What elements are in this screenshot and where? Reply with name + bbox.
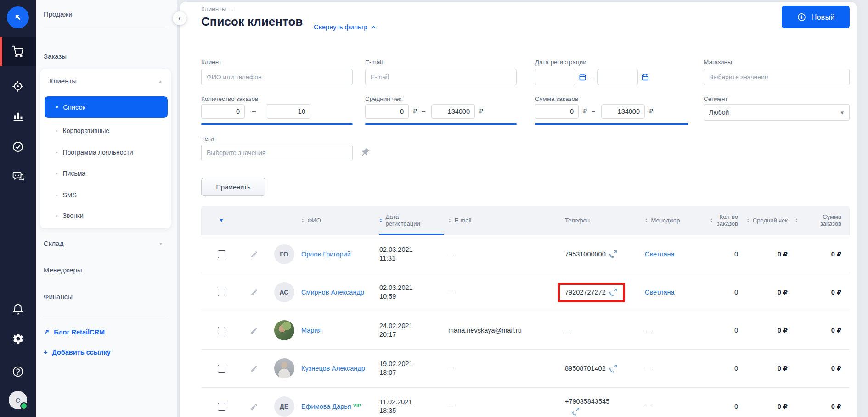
rail-item-orders[interactable]	[0, 37, 36, 66]
rail-item-chats[interactable]	[0, 163, 36, 189]
row-checkbox[interactable]	[218, 250, 225, 258]
manager-link[interactable]: Светлана	[645, 250, 675, 258]
chevron-up-icon	[371, 24, 377, 30]
pin-icon[interactable]	[360, 147, 370, 158]
sidebar-item-client-list[interactable]: • Список	[45, 96, 168, 118]
vip-badge: VIP	[353, 403, 361, 408]
rail-item-notifications[interactable]	[0, 297, 36, 321]
avatar-initials[interactable]: ГО	[274, 244, 294, 264]
orders-count-from-input[interactable]	[201, 104, 245, 119]
breadcrumb-label[interactable]: Клиенты	[201, 6, 226, 12]
calendar-icon[interactable]	[641, 73, 649, 81]
column-header-reg-date[interactable]: ▲▼ Дата регистрации	[379, 206, 444, 235]
sidebar-item-corporate[interactable]: • Корпоративные	[40, 122, 171, 140]
sidebar-item-sales[interactable]: Продажи	[44, 10, 73, 18]
new-button-label: Новый	[812, 13, 835, 22]
apply-filter-button[interactable]: Применить	[201, 178, 265, 196]
bulk-actions-dropdown[interactable]: ▼	[201, 206, 242, 235]
sidebar-item-loyalty[interactable]: • Программа лояльности	[40, 143, 171, 161]
sidebar-item-label: Список	[63, 104, 85, 111]
sort-icon[interactable]: ▲▼	[448, 218, 451, 223]
row-checkbox[interactable]	[218, 365, 225, 373]
reg-date-from-input[interactable]	[535, 69, 575, 85]
avg-check-to-input[interactable]	[431, 104, 475, 119]
sidebar-item-letters[interactable]: • Письма	[40, 164, 171, 183]
tags-filter-input[interactable]	[201, 145, 353, 161]
row-checkbox[interactable]	[218, 403, 225, 411]
blog-link[interactable]: ↗ Блог RetailCRM	[44, 328, 105, 336]
sort-icon[interactable]: ▲▼	[301, 218, 304, 223]
column-header-orders-sum[interactable]: ▲▼ Сумма заказов	[795, 206, 850, 235]
sidebar-item-managers[interactable]: Менеджеры	[44, 266, 82, 274]
sort-icon[interactable]: ▲▼	[379, 218, 382, 223]
dropdown-triangle-icon: ▼	[219, 217, 224, 223]
client-name-link[interactable]: Кузнецов Александр	[301, 365, 365, 372]
new-client-button[interactable]: Новый	[782, 6, 850, 28]
orders-sum-from-input[interactable]	[535, 104, 579, 119]
segment-select[interactable]: Любой ▾	[704, 104, 850, 121]
avatar-initials[interactable]: ДЕ	[274, 396, 294, 417]
call-icon[interactable]	[571, 407, 580, 416]
rail-item-delivery[interactable]	[0, 73, 36, 99]
orders-count-slider[interactable]	[201, 123, 353, 125]
column-header-fio[interactable]: ▲▼ ФИО	[301, 206, 379, 235]
rail-item-tasks[interactable]	[0, 134, 36, 160]
sidebar-collapse-button[interactable]: ‹	[173, 11, 186, 25]
client-name-link[interactable]: Орлов Григорий	[301, 250, 351, 258]
pencil-icon[interactable]	[250, 365, 258, 373]
sort-icon[interactable]: ▲▼	[645, 218, 648, 223]
breadcrumb[interactable]: Клиенты →	[201, 6, 234, 12]
email-filter-input[interactable]	[365, 69, 517, 85]
orders-sum-slider[interactable]	[535, 123, 688, 125]
column-header-email[interactable]: ▲▼ E-mail	[444, 206, 558, 235]
pencil-icon[interactable]	[250, 289, 258, 296]
retailcrm-logo[interactable]	[7, 6, 29, 28]
avg-check-from-input[interactable]	[365, 104, 409, 119]
pencil-icon[interactable]	[250, 327, 258, 334]
user-avatar[interactable]: C	[9, 391, 27, 409]
call-icon[interactable]	[609, 364, 618, 373]
manager-cell: Светлана	[639, 288, 710, 297]
orders-sum-to-input[interactable]	[601, 104, 645, 119]
column-header-avg-check[interactable]: ▲▼ Средний чек	[744, 206, 795, 235]
bullet-icon: •	[56, 193, 58, 198]
client-name-link[interactable]: Ефимова Дарья	[301, 403, 351, 410]
sidebar-item-orders[interactable]: Заказы	[44, 52, 67, 60]
rail-item-settings[interactable]	[0, 327, 36, 350]
orders-count-to-input[interactable]	[267, 104, 310, 119]
column-header-manager[interactable]: ▲▼ Менеджер	[639, 206, 710, 235]
shops-filter-input[interactable]	[704, 69, 850, 85]
rail-item-help[interactable]	[0, 361, 36, 383]
avatar-initials[interactable]: АС	[274, 282, 294, 302]
chevron-up-icon[interactable]: ▴	[159, 78, 162, 84]
sidebar-item-clients[interactable]: Клиенты	[49, 77, 77, 85]
orders-sum-cell: 0 ₽	[795, 403, 850, 410]
avatar-photo[interactable]	[274, 358, 294, 378]
column-header-orders-count[interactable]: ▲▼ Кол-во заказов	[710, 206, 744, 235]
sort-icon[interactable]: ▲▼	[795, 218, 798, 223]
sort-icon[interactable]: ▲▼	[746, 218, 749, 223]
manager-link[interactable]: Светлана	[645, 289, 675, 296]
rail-item-analytics[interactable]	[0, 103, 36, 128]
sidebar-item-sms[interactable]: • SMS	[40, 186, 171, 204]
client-name-link[interactable]: Смирнов Александр	[301, 289, 364, 296]
row-checkbox[interactable]	[218, 289, 225, 296]
row-checkbox[interactable]	[218, 327, 225, 334]
client-filter-input[interactable]	[201, 69, 353, 85]
sidebar-item-finance[interactable]: Финансы	[44, 293, 73, 300]
avatar-photo[interactable]	[274, 320, 294, 340]
reg-date-to-input[interactable]	[597, 69, 638, 85]
call-icon[interactable]	[609, 288, 618, 297]
sidebar-item-warehouse[interactable]: Склад	[44, 239, 63, 247]
avg-check-slider[interactable]	[365, 123, 517, 125]
calendar-icon[interactable]	[579, 73, 586, 81]
call-icon[interactable]	[609, 250, 618, 259]
sidebar-item-calls[interactable]: • Звонки	[40, 206, 171, 225]
pencil-icon[interactable]	[250, 250, 258, 258]
chevron-down-icon[interactable]: ▾	[159, 240, 162, 247]
collapse-filter-link[interactable]: Свернуть фильтр	[314, 23, 377, 31]
sort-icon[interactable]: ▲▼	[710, 218, 713, 223]
add-link-button[interactable]: + Добавить ссылку	[44, 349, 111, 356]
client-name-link[interactable]: Мария	[301, 327, 321, 334]
pencil-icon[interactable]	[250, 403, 258, 411]
